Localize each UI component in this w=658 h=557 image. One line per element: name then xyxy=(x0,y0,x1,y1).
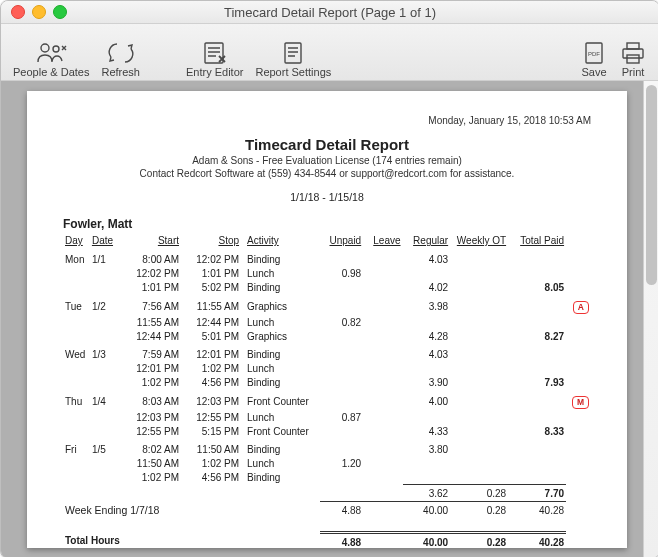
close-icon[interactable] xyxy=(11,5,25,19)
svg-rect-7 xyxy=(623,49,643,58)
pdf-icon: PDF xyxy=(581,40,607,66)
table-row: Thu1/48:03 AM12:03 PMFront Counter4.00M xyxy=(63,390,591,411)
col-start: Start xyxy=(121,233,181,248)
table-row: 1:02 PM4:56 PMBinding3.907.93 xyxy=(63,376,591,390)
table-row: Fri1/58:02 AM11:50 AMBinding3.80 xyxy=(63,438,591,457)
day-sum-row: 3.620.287.70 xyxy=(63,485,591,502)
toolbar-label: Print xyxy=(622,66,645,78)
employee-name: Fowler, Matt xyxy=(63,217,591,231)
people-icon xyxy=(34,40,68,66)
refresh-button[interactable]: Refresh xyxy=(95,26,146,78)
col-weekly-ot: Weekly OT xyxy=(450,233,508,248)
svg-point-0 xyxy=(41,44,49,52)
timecard-table: Day Date Start Stop Activity Unpaid Leav… xyxy=(63,233,591,549)
toolbar-label: People & Dates xyxy=(13,66,89,78)
titlebar: Timecard Detail Report (Page 1 of 1) xyxy=(1,1,658,24)
scrollbar-thumb[interactable] xyxy=(646,85,657,285)
report-settings-button[interactable]: Report Settings xyxy=(249,26,337,78)
table-header-row: Day Date Start Stop Activity Unpaid Leav… xyxy=(63,233,591,248)
minimize-icon[interactable] xyxy=(32,5,46,19)
table-row: Mon1/18:00 AM12:02 PMBinding4.03 xyxy=(63,248,591,267)
note-badge: A xyxy=(573,301,589,314)
entry-editor-icon xyxy=(201,40,229,66)
people-and-dates-button[interactable]: People & Dates xyxy=(7,26,95,78)
col-date: Date xyxy=(90,233,121,248)
table-row: 1:01 PM5:02 PMBinding4.028.05 xyxy=(63,281,591,295)
report-settings-icon xyxy=(280,40,306,66)
table-row: 1:02 PM4:56 PMBinding xyxy=(63,471,591,485)
page-viewport[interactable]: Monday, January 15, 2018 10:53 AM Timeca… xyxy=(1,81,643,557)
table-row: Tue1/27:56 AM11:55 AMGraphics3.98A xyxy=(63,295,591,316)
table-row: 11:55 AM12:44 PMLunch0.82 xyxy=(63,315,591,329)
toolbar-label: Entry Editor xyxy=(186,66,243,78)
total-hours-row: Total Hours4.8840.000.2840.28 xyxy=(63,532,591,549)
svg-text:PDF: PDF xyxy=(588,51,600,57)
table-row: 12:44 PM5:01 PMGraphics4.288.27 xyxy=(63,329,591,343)
print-button[interactable]: Print xyxy=(613,26,653,78)
report-page: Monday, January 15, 2018 10:53 AM Timeca… xyxy=(27,91,627,548)
zoom-icon[interactable] xyxy=(53,5,67,19)
date-range: 1/1/18 - 1/15/18 xyxy=(63,191,591,203)
window-title: Timecard Detail Report (Page 1 of 1) xyxy=(1,5,658,20)
col-total-paid: Total Paid xyxy=(508,233,566,248)
col-unpaid: Unpaid xyxy=(320,233,363,248)
entry-editor-button[interactable]: Entry Editor xyxy=(180,26,249,78)
svg-rect-8 xyxy=(627,55,639,63)
col-leave: Leave xyxy=(363,233,402,248)
print-icon xyxy=(619,40,647,66)
toolbar: People & Dates Refresh Entry Editor Repo… xyxy=(1,24,658,81)
table-row: 11:50 AM1:02 PMLunch1.20 xyxy=(63,457,591,471)
note-badge: M xyxy=(572,396,589,409)
toolbar-label: Save xyxy=(581,66,606,78)
table-row: Wed1/37:59 AM12:01 PMBinding4.03 xyxy=(63,343,591,362)
col-day: Day xyxy=(63,233,90,248)
table-row: 12:55 PM5:15 PMFront Counter4.338.33 xyxy=(63,424,591,438)
report-title: Timecard Detail Report xyxy=(63,136,591,153)
refresh-icon xyxy=(107,40,135,66)
table-row: 12:01 PM1:02 PMLunch xyxy=(63,362,591,376)
save-button[interactable]: PDF Save xyxy=(575,26,613,78)
contact-line: Contact Redcort Software at (559) 434-85… xyxy=(63,168,591,179)
vertical-scrollbar[interactable] xyxy=(643,81,658,557)
col-activity: Activity xyxy=(241,233,320,248)
license-line: Adam & Sons - Free Evaluation License (1… xyxy=(63,155,591,166)
toolbar-label: Report Settings xyxy=(255,66,331,78)
svg-rect-3 xyxy=(285,43,301,63)
col-stop: Stop xyxy=(181,233,241,248)
svg-rect-6 xyxy=(627,43,639,49)
toolbar-label: Refresh xyxy=(101,66,140,78)
week-ending-row: Week Ending 1/7/184.8840.000.2840.28 xyxy=(63,501,591,518)
table-row: 12:03 PM12:55 PMLunch0.87 xyxy=(63,410,591,424)
print-timestamp: Monday, January 15, 2018 10:53 AM xyxy=(63,115,591,126)
svg-point-1 xyxy=(53,46,59,52)
col-regular: Regular xyxy=(403,233,451,248)
table-row: 12:02 PM1:01 PMLunch0.98 xyxy=(63,267,591,281)
